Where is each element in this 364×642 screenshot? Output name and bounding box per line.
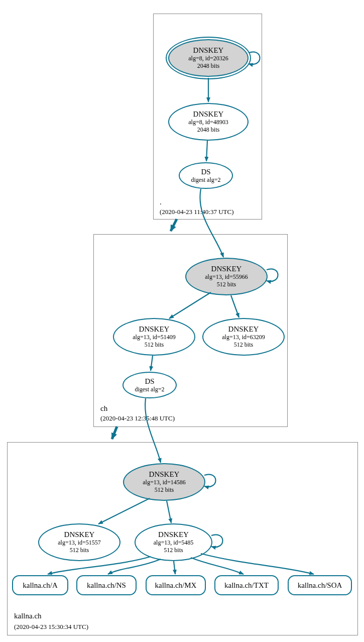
zone-ch-name: ch: [100, 404, 107, 413]
node-sub: digest alg=2: [135, 386, 164, 393]
node-bits: 512 bits: [155, 486, 174, 494]
node-title: DS: [145, 377, 154, 386]
zone-ch-ts: (2020-04-23 12:35:48 UTC): [100, 414, 175, 422]
node-title: DNSKEY: [193, 46, 224, 55]
node-ch-zsk2: DNSKEY alg=13, id=63209 512 bits: [202, 318, 285, 356]
node-leaf-ksk: DNSKEY alg=13, id=14586 512 bits: [123, 463, 205, 501]
node-title: DNSKEY: [228, 325, 259, 334]
node-sub: alg=13, id=63209: [222, 334, 265, 341]
node-sub: alg=13, id=5485: [154, 539, 194, 547]
svg-line-2: [171, 219, 177, 231]
rr-mx: kallna.ch/MX: [146, 575, 206, 595]
node-bits: 512 bits: [164, 547, 183, 554]
node-root-zsk: DNSKEY alg=8, id=48903 2048 bits: [168, 103, 249, 141]
node-root-ksk: DNSKEY alg=8, id=20326 2048 bits: [168, 39, 249, 77]
node-bits: 2048 bits: [197, 126, 219, 134]
node-sub: alg=13, id=55966: [205, 273, 248, 281]
node-title: DNSKEY: [211, 265, 242, 273]
node-title: DNSKEY: [158, 530, 189, 539]
node-title: DNSKEY: [139, 325, 170, 334]
node-sub: alg=8, id=20326: [188, 55, 228, 62]
node-sub: alg=13, id=51409: [133, 334, 176, 341]
node-leaf-zsk1: DNSKEY alg=13, id=51557 512 bits: [38, 523, 120, 561]
node-bits: 2048 bits: [197, 62, 219, 70]
zone-leaf-name: kallna.ch: [14, 612, 42, 620]
node-leaf-zsk2: DNSKEY alg=13, id=5485 512 bits: [135, 523, 212, 561]
zone-root-ts: (2020-04-23 11:40:37 UTC): [160, 208, 234, 216]
rr-txt: kallna.ch/TXT: [214, 575, 279, 595]
node-title: DNSKEY: [64, 530, 95, 539]
node-title: DNSKEY: [193, 110, 224, 119]
node-ch-ds: DS digest alg=2: [123, 372, 177, 398]
rr-a: kallna.ch/A: [12, 575, 68, 595]
node-ch-ksk: DNSKEY alg=13, id=55966 512 bits: [185, 258, 268, 295]
node-sub: alg=8, id=48903: [188, 119, 228, 126]
node-title: DS: [201, 168, 210, 176]
node-sub: alg=13, id=51557: [58, 539, 101, 547]
node-ch-zsk1: DNSKEY alg=13, id=51409 512 bits: [113, 318, 195, 356]
zone-leaf-ts: (2020-04-23 15:30:34 UTC): [14, 623, 88, 631]
svg-line-6: [112, 426, 117, 439]
node-bits: 512 bits: [70, 547, 89, 554]
node-bits: 512 bits: [217, 281, 236, 288]
node-bits: 512 bits: [145, 341, 164, 349]
rr-ns: kallna.ch/NS: [76, 575, 137, 595]
rr-soa: kallna.ch/SOA: [288, 575, 352, 595]
node-sub: digest alg=2: [191, 176, 220, 184]
zone-root-name: .: [160, 198, 162, 206]
node-bits: 512 bits: [234, 341, 253, 349]
node-title: DNSKEY: [149, 470, 180, 479]
node-root-ds: DS digest alg=2: [179, 162, 233, 189]
node-sub: alg=13, id=14586: [143, 479, 186, 486]
